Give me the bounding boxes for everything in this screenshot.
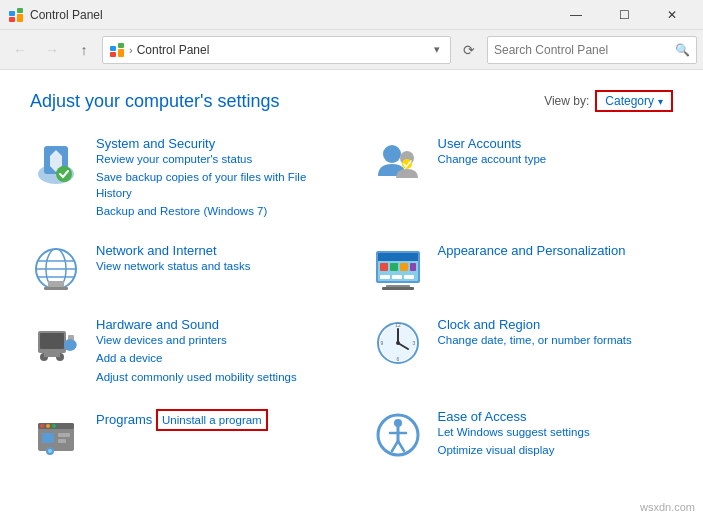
clock-region-title[interactable]: Clock and Region xyxy=(438,317,541,332)
programs-icon xyxy=(30,409,82,461)
network-internet-icon xyxy=(30,243,82,295)
hardware-sound-info: Hardware and Sound View devices and prin… xyxy=(96,317,332,386)
svg-line-63 xyxy=(392,441,398,451)
category-user-accounts: User Accounts Change account type xyxy=(372,136,674,221)
user-accounts-link-1[interactable]: Change account type xyxy=(438,151,674,167)
svg-rect-7 xyxy=(118,49,124,57)
programs-link-1[interactable]: Uninstall a program xyxy=(156,409,268,431)
user-accounts-icon xyxy=(372,136,424,188)
back-button[interactable]: ← xyxy=(6,36,34,64)
svg-line-64 xyxy=(398,441,404,451)
svg-rect-26 xyxy=(404,275,414,279)
svg-rect-38 xyxy=(44,353,60,357)
breadcrumb: › Control Panel xyxy=(109,42,430,58)
programs-info: Programs Uninstall a program xyxy=(96,409,332,433)
svg-rect-24 xyxy=(380,275,390,279)
svg-rect-55 xyxy=(58,433,70,437)
up-button[interactable]: ↑ xyxy=(70,36,98,64)
svg-rect-3 xyxy=(17,14,23,22)
ease-of-access-link-2[interactable]: Optimize visual display xyxy=(438,442,674,458)
breadcrumb-path: Control Panel xyxy=(137,43,210,57)
svg-rect-34 xyxy=(40,333,64,349)
system-security-info: System and Security Review your computer… xyxy=(96,136,332,221)
svg-point-53 xyxy=(52,424,56,428)
svg-rect-31 xyxy=(400,263,408,271)
svg-rect-23 xyxy=(378,253,418,261)
search-input[interactable] xyxy=(494,43,675,57)
user-accounts-title[interactable]: User Accounts xyxy=(438,136,522,151)
ease-of-access-icon xyxy=(372,409,424,461)
refresh-button[interactable]: ⟳ xyxy=(455,36,483,64)
category-appearance-personalization: Appearance and Personalization xyxy=(372,243,674,295)
network-internet-title[interactable]: Network and Internet xyxy=(96,243,217,258)
clock-region-info: Clock and Region Change date, time, or n… xyxy=(438,317,674,350)
appearance-icon xyxy=(372,243,424,295)
forward-button[interactable]: → xyxy=(38,36,66,64)
view-by-dropdown[interactable]: Category ▾ xyxy=(595,90,673,112)
network-internet-info: Network and Internet View network status… xyxy=(96,243,332,276)
network-internet-link-1[interactable]: View network status and tasks xyxy=(96,258,332,274)
category-programs: Programs Uninstall a program xyxy=(30,409,332,461)
svg-rect-1 xyxy=(17,8,23,13)
svg-text:3: 3 xyxy=(412,340,415,346)
hardware-sound-link-2[interactable]: Add a device xyxy=(96,350,332,366)
titlebar: Control Panel — ☐ ✕ xyxy=(0,0,703,30)
window-controls: — ☐ ✕ xyxy=(553,0,695,30)
svg-rect-56 xyxy=(58,439,66,443)
category-clock-region: 12 3 6 9 Clock and Region Change date, t… xyxy=(372,317,674,386)
hardware-sound-link-1[interactable]: View devices and printers xyxy=(96,332,332,348)
svg-rect-6 xyxy=(110,52,116,57)
system-security-link-2[interactable]: Save backup copies of your files with Fi… xyxy=(96,169,332,201)
svg-rect-5 xyxy=(118,43,124,48)
svg-rect-0 xyxy=(9,11,15,16)
view-by-control: View by: Category ▾ xyxy=(544,90,673,112)
search-box[interactable]: 🔍 xyxy=(487,36,697,64)
category-ease-of-access: Ease of Access Let Windows suggest setti… xyxy=(372,409,674,461)
svg-point-58 xyxy=(48,449,52,453)
svg-point-52 xyxy=(46,424,50,428)
appearance-title[interactable]: Appearance and Personalization xyxy=(438,243,626,258)
ease-of-access-info: Ease of Access Let Windows suggest setti… xyxy=(438,409,674,460)
svg-point-51 xyxy=(40,424,44,428)
address-box[interactable]: › Control Panel ▾ xyxy=(102,36,451,64)
search-icon[interactable]: 🔍 xyxy=(675,43,690,57)
address-dropdown-btn[interactable]: ▾ xyxy=(430,43,444,56)
hardware-sound-title[interactable]: Hardware and Sound xyxy=(96,317,219,332)
svg-rect-2 xyxy=(9,17,15,22)
svg-point-44 xyxy=(396,341,400,345)
ease-of-access-title[interactable]: Ease of Access xyxy=(438,409,527,424)
system-security-link-1[interactable]: Review your computer's status xyxy=(96,151,332,167)
ease-of-access-link-1[interactable]: Let Windows suggest settings xyxy=(438,424,674,440)
folder-icon xyxy=(109,42,125,58)
category-system-security: System and Security Review your computer… xyxy=(30,136,332,221)
svg-point-11 xyxy=(383,145,401,163)
svg-rect-54 xyxy=(42,433,54,443)
programs-title[interactable]: Programs xyxy=(96,412,152,427)
system-security-title[interactable]: System and Security xyxy=(96,136,215,151)
svg-rect-28 xyxy=(382,287,414,290)
view-by-label: View by: xyxy=(544,94,589,108)
user-accounts-info: User Accounts Change account type xyxy=(438,136,674,169)
hardware-sound-link-3[interactable]: Adjust commonly used mobility settings xyxy=(96,369,332,385)
svg-rect-25 xyxy=(392,275,402,279)
close-button[interactable]: ✕ xyxy=(649,0,695,30)
clock-region-icon: 12 3 6 9 xyxy=(372,317,424,369)
hardware-sound-icon xyxy=(30,317,82,369)
address-bar: ← → ↑ › Control Panel ▾ ⟳ 🔍 xyxy=(0,30,703,70)
main-content: Adjust your computer's settings View by:… xyxy=(0,70,703,503)
category-network-internet: Network and Internet View network status… xyxy=(30,243,332,295)
view-by-arrow: ▾ xyxy=(658,96,663,107)
svg-point-39 xyxy=(64,339,76,351)
svg-text:6: 6 xyxy=(396,356,399,362)
breadcrumb-separator: › xyxy=(129,44,133,56)
minimize-button[interactable]: — xyxy=(553,0,599,30)
system-security-link-3[interactable]: Backup and Restore (Windows 7) xyxy=(96,203,332,219)
svg-point-10 xyxy=(56,166,72,182)
maximize-button[interactable]: ☐ xyxy=(601,0,647,30)
window-icon xyxy=(8,7,24,23)
view-by-value: Category xyxy=(605,94,654,108)
svg-rect-4 xyxy=(110,46,116,51)
watermark: wsxdn.com xyxy=(640,501,695,513)
category-hardware-sound: Hardware and Sound View devices and prin… xyxy=(30,317,332,386)
clock-region-link-1[interactable]: Change date, time, or number formats xyxy=(438,332,674,348)
